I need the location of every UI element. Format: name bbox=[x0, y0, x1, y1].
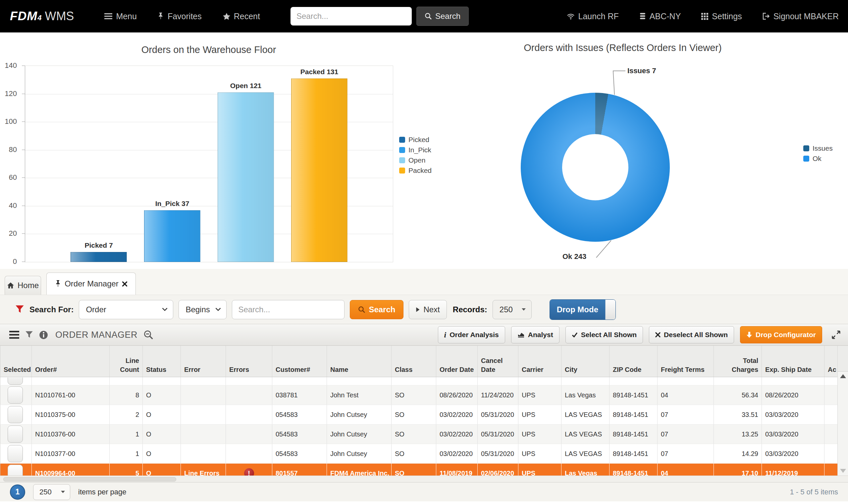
legend-swatch bbox=[399, 137, 405, 143]
col-header-total_charges[interactable]: Total Charges bbox=[714, 346, 762, 377]
records-count-select[interactable]: 250 bbox=[493, 300, 532, 319]
table-row[interactable]: N1010377-001O054583John CutseySO03/02/20… bbox=[0, 444, 838, 464]
legend-item-ok: Ok bbox=[803, 155, 833, 163]
records-label: Records: bbox=[453, 305, 487, 314]
hamburger-icon[interactable] bbox=[9, 331, 19, 339]
order-analysis-button[interactable]: i Order Analysis bbox=[438, 326, 505, 343]
analyst-button[interactable]: Analyst bbox=[511, 326, 560, 343]
settings-button[interactable]: Settings bbox=[701, 12, 742, 21]
company-selector[interactable]: ABC-NY bbox=[639, 12, 681, 21]
col-header-error[interactable]: Error bbox=[181, 346, 226, 377]
tab-order-manager[interactable]: Order Manager bbox=[46, 272, 136, 295]
search-operator-select[interactable]: Begins bbox=[179, 300, 227, 319]
drop-configurator-label: Drop Configurator bbox=[756, 331, 816, 339]
deselect-all-label: Deselect All Shown bbox=[664, 331, 728, 339]
zoom-out-icon[interactable] bbox=[143, 330, 153, 340]
y-tick-mark bbox=[22, 150, 25, 150]
vertical-scrollbar[interactable] bbox=[837, 372, 848, 475]
col-header-selected[interactable]: Selected bbox=[0, 346, 32, 377]
cell-name: John Cutsey bbox=[327, 444, 391, 464]
row-select-checkbox[interactable] bbox=[7, 386, 23, 404]
row-select-checkbox[interactable] bbox=[7, 406, 23, 423]
drop-mode-toggle[interactable]: Drop Mode bbox=[550, 299, 616, 320]
filter-funnel-icon[interactable] bbox=[25, 331, 33, 339]
cell-line_count: 8 bbox=[110, 385, 143, 405]
legend-item-issues: Issues bbox=[803, 144, 833, 152]
favorites-button[interactable]: Favorites bbox=[157, 12, 202, 21]
col-header-exp_ship_date[interactable]: Exp. Ship Date bbox=[762, 346, 825, 377]
select-all-label: Select All Shown bbox=[581, 331, 637, 339]
cell-carrier: UPS bbox=[518, 385, 562, 405]
scroll-down-icon[interactable] bbox=[840, 469, 846, 473]
tab-order-manager-label: Order Manager bbox=[65, 279, 119, 288]
horizontal-scroll-thumb[interactable] bbox=[3, 477, 176, 482]
y-tick-label: 140 bbox=[5, 61, 17, 70]
tab-close-icon[interactable] bbox=[122, 281, 127, 287]
cell-freight_terms: 04 bbox=[657, 385, 714, 405]
bar-packed bbox=[291, 78, 348, 262]
launch-rf-button[interactable]: Launch RF bbox=[567, 12, 619, 21]
col-header-a[interactable]: Ac bbox=[825, 346, 838, 377]
cell-errors bbox=[226, 444, 272, 464]
y-tick-mark bbox=[22, 205, 25, 206]
y-tick-label: 80 bbox=[9, 145, 17, 154]
search-field-select[interactable]: Order bbox=[79, 300, 173, 319]
om-tbody: N1010761-008O038781John TestSO08/26/2020… bbox=[0, 377, 838, 483]
wms-app: FDM4 WMS Menu Favorites Recent Search La… bbox=[0, 0, 848, 504]
cell-order: N1010377-00 bbox=[32, 444, 110, 464]
recent-button[interactable]: Recent bbox=[223, 12, 260, 21]
col-header-line_count[interactable]: Line Count bbox=[110, 346, 143, 377]
table-row[interactable]: N1010375-002O054583John CutseySO03/02/20… bbox=[0, 405, 838, 425]
scroll-up-icon[interactable] bbox=[840, 374, 846, 378]
cell-order: N1010375-00 bbox=[32, 405, 110, 425]
col-header-cancel_date[interactable]: Cancel Date bbox=[478, 346, 518, 377]
table-row[interactable]: N1010761-008O038781John TestSO08/26/2020… bbox=[0, 385, 838, 405]
col-header-order[interactable]: Order# bbox=[32, 346, 110, 377]
next-button[interactable]: Next bbox=[409, 300, 446, 319]
cell-error bbox=[181, 425, 226, 444]
launch-rf-label: Launch RF bbox=[578, 12, 619, 21]
col-header-freight_terms[interactable]: Freight Terms bbox=[657, 346, 714, 377]
global-search-input[interactable] bbox=[290, 7, 412, 25]
search-field-value: Order bbox=[86, 305, 106, 314]
search-filter-bar: Search For: Order Begins Search Next Rec… bbox=[0, 295, 848, 324]
menu-button[interactable]: Menu bbox=[104, 12, 137, 21]
tab-home[interactable]: Home bbox=[5, 276, 41, 295]
horizontal-scrollbar[interactable] bbox=[0, 475, 848, 482]
expand-icon[interactable] bbox=[831, 330, 841, 339]
col-header-carrier[interactable]: Carrier bbox=[518, 346, 562, 377]
pagination-bar: 1 250 items per page 1 - 5 of 5 items bbox=[0, 482, 848, 501]
cell-cancel_date: 05/31/2020 bbox=[478, 405, 518, 425]
col-header-errors[interactable]: Errors bbox=[226, 346, 272, 377]
col-header-order_date[interactable]: Order Date bbox=[436, 346, 478, 377]
cell-zip: 89148-1451 bbox=[610, 425, 657, 444]
row-select-checkbox[interactable] bbox=[7, 445, 23, 462]
drop-mode-handle[interactable] bbox=[605, 300, 616, 320]
row-select-checkbox[interactable] bbox=[7, 378, 23, 385]
app-logo: FDM4 WMS bbox=[10, 9, 74, 23]
col-header-status[interactable]: Status bbox=[143, 346, 181, 377]
tab-bar: Home Order Manager bbox=[0, 269, 848, 295]
col-header-class[interactable]: Class bbox=[391, 346, 436, 377]
order-manager-toolbar: ORDER MANAGER i Order Analysis Analyst S… bbox=[0, 324, 848, 346]
col-header-name[interactable]: Name bbox=[327, 346, 391, 377]
global-search-button[interactable]: Search bbox=[417, 7, 469, 26]
row-select-checkbox[interactable] bbox=[7, 426, 23, 443]
select-all-shown-button[interactable]: Select All Shown bbox=[565, 326, 643, 343]
col-header-zip[interactable]: ZIP Code bbox=[610, 346, 657, 377]
page-number-button[interactable]: 1 bbox=[10, 484, 25, 500]
drop-configurator-button[interactable]: Drop Configurator bbox=[740, 326, 822, 343]
table-search-button[interactable]: Search bbox=[350, 300, 404, 319]
table-row[interactable]: N1010376-001O054583John CutseySO03/02/20… bbox=[0, 425, 838, 444]
table-search-input[interactable] bbox=[232, 300, 344, 319]
cell-zip: 89148-1451 bbox=[610, 385, 657, 405]
info-icon[interactable] bbox=[39, 330, 48, 339]
cell-selected bbox=[0, 444, 32, 464]
col-header-customer[interactable]: Customer# bbox=[272, 346, 327, 377]
page-size-select[interactable]: 250 bbox=[33, 484, 70, 500]
deselect-all-shown-button[interactable]: Deselect All Shown bbox=[649, 326, 734, 343]
signout-button[interactable]: Signout MBAKER bbox=[762, 12, 839, 21]
records-count-value: 250 bbox=[499, 305, 513, 314]
donut-label-issues: Issues 7 bbox=[628, 67, 656, 75]
col-header-city[interactable]: City bbox=[562, 346, 610, 377]
